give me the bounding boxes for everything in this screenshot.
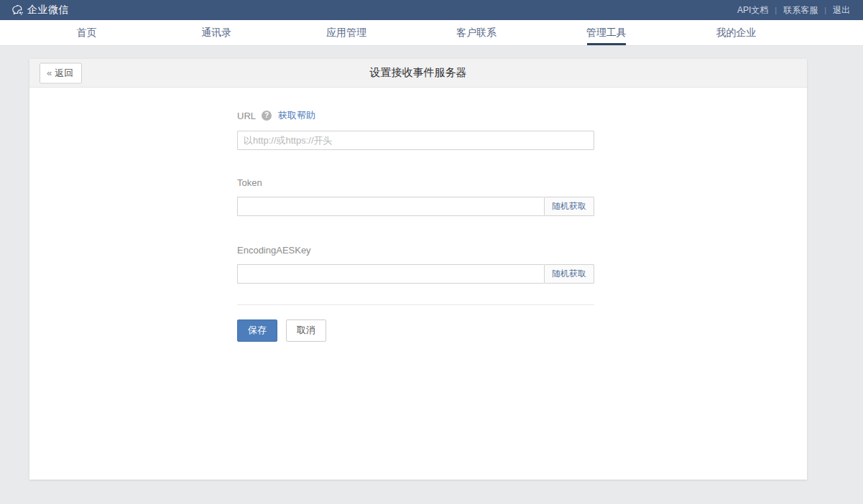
aeskey-label-row: EncodingAESKey [237,245,594,256]
back-button[interactable]: « 返回 [40,62,82,83]
aeskey-random-button[interactable]: 随机获取 [544,264,594,284]
token-input[interactable] [237,197,544,216]
back-button-label: 返回 [55,66,73,79]
url-input[interactable] [237,131,594,150]
aeskey-input[interactable] [237,264,544,284]
brand-logo[interactable]: 企业微信 [11,4,69,17]
aeskey-label: EncodingAESKey [237,245,311,256]
token-field-block: Token 随机获取 [237,177,594,216]
aeskey-input-group: 随机获取 [237,264,594,284]
brand-name: 企业微信 [27,4,69,17]
separator: | [775,6,777,14]
nav-item-my-company[interactable]: 我的企业 [671,20,801,45]
main-nav: 首页 通讯录 应用管理 客户联系 管理工具 我的企业 [0,20,863,46]
cancel-button[interactable]: 取消 [286,319,326,342]
form-actions: 保存 取消 [237,319,594,342]
api-docs-link[interactable]: API文档 [736,4,770,17]
help-icon[interactable]: ? [262,111,272,121]
page-background: « 返回 设置接收事件服务器 URL ? 获取帮助 Token [0,46,863,504]
back-chevron-icon: « [47,67,52,78]
settings-card: « 返回 设置接收事件服务器 URL ? 获取帮助 Token [29,59,807,480]
nav-item-contacts[interactable]: 通讯录 [152,20,282,45]
nav-item-apps[interactable]: 应用管理 [282,20,412,45]
topbar-links: API文档 | 联系客服 | 退出 [736,4,852,17]
url-label: URL [237,111,256,121]
url-field-block: URL ? 获取帮助 [237,109,594,150]
contact-support-link[interactable]: 联系客服 [782,4,819,17]
page-title: 设置接收事件服务器 [370,66,467,80]
card-header: « 返回 设置接收事件服务器 [29,59,807,88]
aeskey-field-block: EncodingAESKey 随机获取 [237,245,594,284]
token-random-button[interactable]: 随机获取 [544,197,594,216]
save-button[interactable]: 保存 [237,319,277,342]
form-divider [237,304,594,305]
logout-link[interactable]: 退出 [831,4,852,17]
url-label-row: URL ? 获取帮助 [237,109,594,122]
token-label-row: Token [237,177,594,188]
wechat-work-bubble-icon [11,4,24,17]
nav-item-home[interactable]: 首页 [22,20,152,45]
nav-item-admin-tools[interactable]: 管理工具 [541,20,671,45]
nav-item-customer[interactable]: 客户联系 [411,20,541,45]
separator: | [824,6,826,14]
token-input-group: 随机获取 [237,197,594,216]
token-label: Token [237,177,262,188]
get-help-link[interactable]: 获取帮助 [278,109,315,122]
server-settings-form: URL ? 获取帮助 Token 随机获取 EncodingAE [29,88,594,342]
topbar: 企业微信 API文档 | 联系客服 | 退出 [0,0,863,20]
